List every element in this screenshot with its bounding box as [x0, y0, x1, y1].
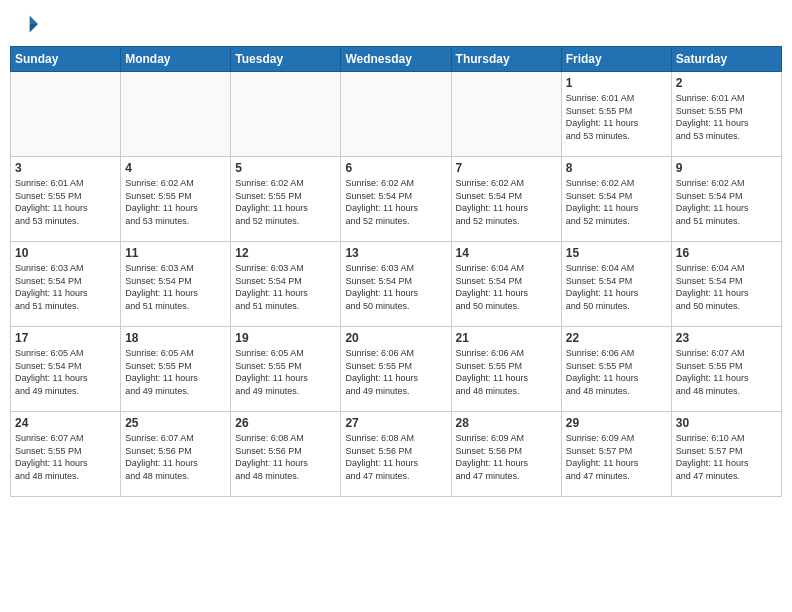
day-cell: 15Sunrise: 6:04 AM Sunset: 5:54 PM Dayli…: [561, 242, 671, 327]
day-number: 17: [15, 331, 116, 345]
day-number: 29: [566, 416, 667, 430]
day-info: Sunrise: 6:02 AM Sunset: 5:54 PM Dayligh…: [345, 177, 446, 227]
day-cell: 1Sunrise: 6:01 AM Sunset: 5:55 PM Daylig…: [561, 72, 671, 157]
day-cell: 22Sunrise: 6:06 AM Sunset: 5:55 PM Dayli…: [561, 327, 671, 412]
day-cell: 25Sunrise: 6:07 AM Sunset: 5:56 PM Dayli…: [121, 412, 231, 497]
day-cell: [341, 72, 451, 157]
day-cell: 30Sunrise: 6:10 AM Sunset: 5:57 PM Dayli…: [671, 412, 781, 497]
day-info: Sunrise: 6:09 AM Sunset: 5:56 PM Dayligh…: [456, 432, 557, 482]
day-number: 20: [345, 331, 446, 345]
day-info: Sunrise: 6:03 AM Sunset: 5:54 PM Dayligh…: [345, 262, 446, 312]
day-number: 30: [676, 416, 777, 430]
day-info: Sunrise: 6:04 AM Sunset: 5:54 PM Dayligh…: [566, 262, 667, 312]
day-number: 2: [676, 76, 777, 90]
logo: [10, 10, 42, 38]
day-number: 24: [15, 416, 116, 430]
day-info: Sunrise: 6:05 AM Sunset: 5:55 PM Dayligh…: [235, 347, 336, 397]
day-cell: 6Sunrise: 6:02 AM Sunset: 5:54 PM Daylig…: [341, 157, 451, 242]
day-number: 18: [125, 331, 226, 345]
week-row-4: 17Sunrise: 6:05 AM Sunset: 5:54 PM Dayli…: [11, 327, 782, 412]
day-number: 19: [235, 331, 336, 345]
day-number: 4: [125, 161, 226, 175]
day-number: 27: [345, 416, 446, 430]
weekday-header-row: SundayMondayTuesdayWednesdayThursdayFrid…: [11, 47, 782, 72]
day-info: Sunrise: 6:03 AM Sunset: 5:54 PM Dayligh…: [125, 262, 226, 312]
day-info: Sunrise: 6:01 AM Sunset: 5:55 PM Dayligh…: [15, 177, 116, 227]
day-cell: 8Sunrise: 6:02 AM Sunset: 5:54 PM Daylig…: [561, 157, 671, 242]
day-info: Sunrise: 6:01 AM Sunset: 5:55 PM Dayligh…: [676, 92, 777, 142]
day-cell: 29Sunrise: 6:09 AM Sunset: 5:57 PM Dayli…: [561, 412, 671, 497]
day-number: 25: [125, 416, 226, 430]
day-cell: 14Sunrise: 6:04 AM Sunset: 5:54 PM Dayli…: [451, 242, 561, 327]
day-info: Sunrise: 6:08 AM Sunset: 5:56 PM Dayligh…: [345, 432, 446, 482]
day-info: Sunrise: 6:08 AM Sunset: 5:56 PM Dayligh…: [235, 432, 336, 482]
svg-marker-1: [30, 24, 38, 32]
day-cell: [451, 72, 561, 157]
day-info: Sunrise: 6:06 AM Sunset: 5:55 PM Dayligh…: [456, 347, 557, 397]
day-cell: 11Sunrise: 6:03 AM Sunset: 5:54 PM Dayli…: [121, 242, 231, 327]
day-cell: 10Sunrise: 6:03 AM Sunset: 5:54 PM Dayli…: [11, 242, 121, 327]
day-number: 14: [456, 246, 557, 260]
weekday-header-thursday: Thursday: [451, 47, 561, 72]
day-info: Sunrise: 6:02 AM Sunset: 5:55 PM Dayligh…: [125, 177, 226, 227]
day-info: Sunrise: 6:06 AM Sunset: 5:55 PM Dayligh…: [345, 347, 446, 397]
day-cell: [231, 72, 341, 157]
day-number: 7: [456, 161, 557, 175]
weekday-header-saturday: Saturday: [671, 47, 781, 72]
day-number: 23: [676, 331, 777, 345]
day-cell: 3Sunrise: 6:01 AM Sunset: 5:55 PM Daylig…: [11, 157, 121, 242]
day-info: Sunrise: 6:04 AM Sunset: 5:54 PM Dayligh…: [676, 262, 777, 312]
day-info: Sunrise: 6:01 AM Sunset: 5:55 PM Dayligh…: [566, 92, 667, 142]
day-info: Sunrise: 6:03 AM Sunset: 5:54 PM Dayligh…: [15, 262, 116, 312]
week-row-3: 10Sunrise: 6:03 AM Sunset: 5:54 PM Dayli…: [11, 242, 782, 327]
day-info: Sunrise: 6:04 AM Sunset: 5:54 PM Dayligh…: [456, 262, 557, 312]
day-number: 1: [566, 76, 667, 90]
day-number: 11: [125, 246, 226, 260]
day-info: Sunrise: 6:09 AM Sunset: 5:57 PM Dayligh…: [566, 432, 667, 482]
header: [10, 10, 782, 38]
day-info: Sunrise: 6:02 AM Sunset: 5:54 PM Dayligh…: [456, 177, 557, 227]
day-cell: 27Sunrise: 6:08 AM Sunset: 5:56 PM Dayli…: [341, 412, 451, 497]
day-cell: 5Sunrise: 6:02 AM Sunset: 5:55 PM Daylig…: [231, 157, 341, 242]
week-row-2: 3Sunrise: 6:01 AM Sunset: 5:55 PM Daylig…: [11, 157, 782, 242]
day-cell: 9Sunrise: 6:02 AM Sunset: 5:54 PM Daylig…: [671, 157, 781, 242]
weekday-header-wednesday: Wednesday: [341, 47, 451, 72]
day-number: 13: [345, 246, 446, 260]
day-info: Sunrise: 6:06 AM Sunset: 5:55 PM Dayligh…: [566, 347, 667, 397]
day-number: 26: [235, 416, 336, 430]
day-number: 21: [456, 331, 557, 345]
day-number: 9: [676, 161, 777, 175]
day-cell: 7Sunrise: 6:02 AM Sunset: 5:54 PM Daylig…: [451, 157, 561, 242]
day-cell: 28Sunrise: 6:09 AM Sunset: 5:56 PM Dayli…: [451, 412, 561, 497]
day-number: 22: [566, 331, 667, 345]
page: SundayMondayTuesdayWednesdayThursdayFrid…: [0, 0, 792, 507]
day-number: 15: [566, 246, 667, 260]
logo-icon: [10, 10, 38, 38]
day-info: Sunrise: 6:02 AM Sunset: 5:55 PM Dayligh…: [235, 177, 336, 227]
day-cell: 24Sunrise: 6:07 AM Sunset: 5:55 PM Dayli…: [11, 412, 121, 497]
day-number: 10: [15, 246, 116, 260]
day-cell: [121, 72, 231, 157]
day-number: 5: [235, 161, 336, 175]
svg-marker-0: [30, 16, 38, 24]
day-number: 28: [456, 416, 557, 430]
day-cell: [11, 72, 121, 157]
day-cell: 17Sunrise: 6:05 AM Sunset: 5:54 PM Dayli…: [11, 327, 121, 412]
week-row-1: 1Sunrise: 6:01 AM Sunset: 5:55 PM Daylig…: [11, 72, 782, 157]
weekday-header-friday: Friday: [561, 47, 671, 72]
day-info: Sunrise: 6:05 AM Sunset: 5:54 PM Dayligh…: [15, 347, 116, 397]
day-cell: 23Sunrise: 6:07 AM Sunset: 5:55 PM Dayli…: [671, 327, 781, 412]
day-info: Sunrise: 6:02 AM Sunset: 5:54 PM Dayligh…: [676, 177, 777, 227]
day-cell: 26Sunrise: 6:08 AM Sunset: 5:56 PM Dayli…: [231, 412, 341, 497]
day-info: Sunrise: 6:02 AM Sunset: 5:54 PM Dayligh…: [566, 177, 667, 227]
day-number: 3: [15, 161, 116, 175]
day-info: Sunrise: 6:07 AM Sunset: 5:55 PM Dayligh…: [676, 347, 777, 397]
weekday-header-monday: Monday: [121, 47, 231, 72]
weekday-header-tuesday: Tuesday: [231, 47, 341, 72]
calendar-table: SundayMondayTuesdayWednesdayThursdayFrid…: [10, 46, 782, 497]
day-info: Sunrise: 6:03 AM Sunset: 5:54 PM Dayligh…: [235, 262, 336, 312]
day-number: 12: [235, 246, 336, 260]
day-number: 6: [345, 161, 446, 175]
day-info: Sunrise: 6:07 AM Sunset: 5:55 PM Dayligh…: [15, 432, 116, 482]
weekday-header-sunday: Sunday: [11, 47, 121, 72]
